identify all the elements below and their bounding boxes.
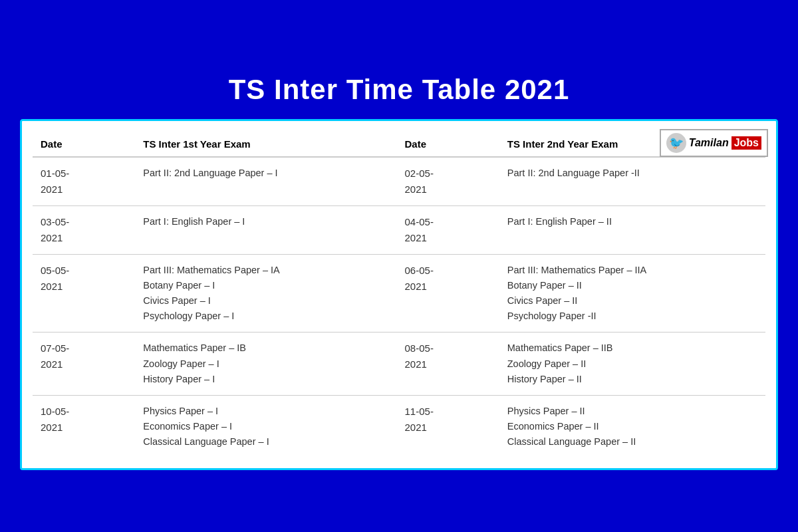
date-cell-2: 04-05- 2021 [397,205,499,254]
col-date1: Date [33,132,135,157]
exam-cell-1: Part I: English Paper – I [135,205,396,254]
watermark-brand2: Jobs [732,136,761,150]
watermark-brand: Tamilan [689,137,729,149]
date-cell-2: 08-05- 2021 [397,332,499,396]
date-cell-1: 03-05- 2021 [33,205,135,254]
col-date2: Date [397,132,499,157]
date-cell-1: 05-05- 2021 [33,254,135,332]
date-cell-1: 07-05- 2021 [33,332,135,396]
col-exam1: TS Inter 1st Year Exam [135,132,396,157]
exam-cell-2: Part I: English Paper – II [499,205,765,254]
date-cell-2: 06-05- 2021 [397,254,499,332]
exam-cell-1: Physics Paper – I Economics Paper – I Cl… [135,395,396,458]
table-row: 03-05- 2021Part I: English Paper – I04-0… [33,205,765,254]
table-wrapper: 🐦 Tamilan Jobs Date TS Inter 1st Year Ex… [20,119,778,471]
table-row: 10-05- 2021Physics Paper – I Economics P… [33,395,765,458]
date-cell-1: 01-05- 2021 [33,157,135,206]
watermark-badge: 🐦 Tamilan Jobs [660,129,768,157]
exam-cell-2: Physics Paper – II Economics Paper – II … [499,395,765,458]
page-title: TS Inter Time Table 2021 [27,74,771,106]
exam-cell-1: Part II: 2nd Language Paper – I [135,157,396,206]
table-header-row: Date TS Inter 1st Year Exam Date TS Inte… [33,132,765,157]
exam-cell-1: Mathematics Paper – IB Zoology Paper – I… [135,332,396,396]
watermark-icon: 🐦 [666,133,686,153]
timetable: Date TS Inter 1st Year Exam Date TS Inte… [33,132,765,458]
exam-cell-2: Part II: 2nd Language Paper -II [499,157,765,206]
page-header: TS Inter Time Table 2021 [20,62,778,119]
date-cell-2: 11-05- 2021 [397,395,499,458]
table-row: 01-05- 2021Part II: 2nd Language Paper –… [33,157,765,206]
exam-cell-2: Mathematics Paper – IIB Zoology Paper – … [499,332,765,396]
exam-cell-2: Part III: Mathematics Paper – IIA Botany… [499,254,765,332]
date-cell-1: 10-05- 2021 [33,395,135,458]
page-container: TS Inter Time Table 2021 🐦 Tamilan Jobs … [13,55,785,477]
exam-cell-1: Part III: Mathematics Paper – IA Botany … [135,254,396,332]
date-cell-2: 02-05- 2021 [397,157,499,206]
table-row: 05-05- 2021Part III: Mathematics Paper –… [33,254,765,332]
table-row: 07-05- 2021Mathematics Paper – IB Zoolog… [33,332,765,396]
